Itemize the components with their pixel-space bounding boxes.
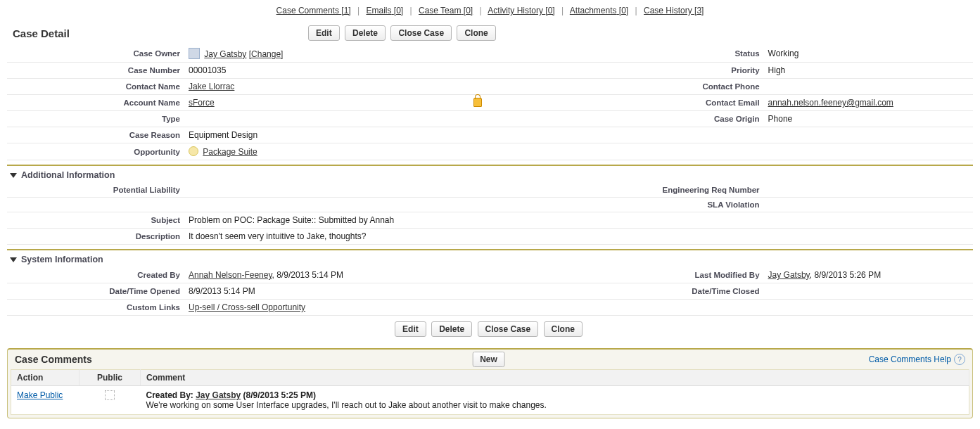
case-owner-link[interactable]: Jay Gatsby — [204, 49, 246, 59]
shortcut-emails[interactable]: Emails [0] — [366, 6, 403, 15]
edit-button[interactable]: Edit — [395, 321, 426, 337]
opportunity-link[interactable]: Package Suite — [203, 147, 257, 157]
field-label: Description — [7, 229, 184, 245]
field-label: Account Name — [7, 95, 184, 111]
last-modified-by-link[interactable]: Jay Gatsby — [768, 270, 810, 280]
field-label: Contact Phone — [629, 79, 764, 95]
clone-button[interactable]: Clone — [457, 25, 495, 41]
description-value: It doesn't seem very intuitive to Jake, … — [184, 229, 973, 245]
field-label: SLA Violation — [629, 198, 764, 212]
section-additional-information[interactable]: Additional Information — [7, 166, 973, 183]
created-by-date: , 8/9/2013 5:14 PM — [272, 270, 343, 280]
change-owner-link[interactable]: [Change] — [249, 49, 284, 59]
col-comment: Comment — [141, 370, 969, 386]
field-label: Type — [7, 111, 184, 127]
collapse-icon — [10, 257, 17, 262]
field-label: Contact Email — [629, 95, 764, 111]
contact-name-link[interactable]: Jake Llorrac — [189, 82, 234, 91]
field-label: Engineering Req Number — [629, 183, 764, 198]
detail-button-bar: Edit Delete Close Case Clone — [308, 25, 499, 41]
field-label: Subject — [7, 212, 184, 229]
opened-value: 8/9/2013 5:14 PM — [184, 283, 629, 300]
contact-phone-value — [764, 79, 973, 95]
type-value — [184, 111, 629, 127]
opportunity-icon — [189, 146, 198, 156]
custom-link-upsell[interactable]: Up-sell / Cross-sell Opportunity — [189, 302, 305, 312]
priority-value: High — [764, 63, 973, 79]
field-label: Case Number — [7, 63, 184, 79]
field-label: Date/Time Opened — [7, 283, 184, 300]
field-label: Case Reason — [7, 127, 184, 143]
detail-button-bar-bottom: Edit Delete Close Case Clone — [7, 321, 973, 337]
col-action: Action — [11, 370, 79, 386]
collapse-icon — [10, 173, 17, 178]
related-list-case-comments: Case Comments New Case Comments Help ? A… — [7, 348, 973, 418]
system-info-table: Created By Annah Nelson-Feeney, 8/9/2013… — [7, 267, 973, 316]
comment-body: We're working on some User Interface upg… — [146, 400, 547, 410]
page-title: Case Detail — [7, 27, 189, 39]
eng-req-value — [764, 183, 973, 198]
case-number-value: 00001035 — [184, 63, 629, 79]
new-comment-button[interactable]: New — [472, 352, 505, 367]
related-list-shortcuts: Case Comments [1] | Emails [0] | Case Te… — [7, 6, 973, 15]
field-label: Status — [629, 45, 764, 63]
close-case-button[interactable]: Close Case — [478, 321, 539, 337]
additional-info-table: Potential Liability Engineering Req Numb… — [7, 183, 973, 245]
field-label: Date/Time Closed — [629, 283, 764, 300]
potential-liability-value — [184, 183, 629, 198]
field-label: Opportunity — [7, 143, 184, 160]
case-comments-table: Action Public Comment Make Public Create… — [11, 369, 969, 415]
col-public: Public — [79, 370, 141, 386]
shortcut-case-team[interactable]: Case Team [0] — [419, 6, 473, 15]
field-label: Created By — [7, 267, 184, 283]
case-origin-value: Phone — [764, 111, 973, 127]
created-by-link[interactable]: Annah Nelson-Feeney — [189, 270, 272, 280]
case-detail-table: Case Owner Jay Gatsby [Change] Status Wo… — [7, 45, 973, 160]
related-list-title: Case Comments — [15, 354, 92, 365]
help-icon: ? — [954, 354, 965, 365]
case-reason-value: Equipment Design — [184, 127, 973, 143]
section-system-information[interactable]: System Information — [7, 250, 973, 267]
make-public-link[interactable]: Make Public — [17, 390, 63, 400]
shortcut-case-history[interactable]: Case History [3] — [644, 6, 704, 15]
edit-button[interactable]: Edit — [308, 25, 340, 41]
avatar-icon — [189, 48, 200, 59]
subject-value: Problem on POC: Package Suite:: Submitte… — [184, 212, 973, 229]
delete-button[interactable]: Delete — [345, 25, 386, 41]
shortcut-case-comments[interactable]: Case Comments [1] — [276, 6, 351, 15]
comment-author-link[interactable]: Jay Gatsby — [196, 390, 241, 400]
last-modified-by-date: , 8/9/2013 5:26 PM — [810, 270, 881, 280]
sla-value — [764, 198, 973, 212]
field-label: Contact Name — [7, 79, 184, 95]
delete-button[interactable]: Delete — [431, 321, 472, 337]
closed-value — [764, 283, 973, 300]
clone-button[interactable]: Clone — [544, 321, 583, 337]
status-value: Working — [764, 45, 973, 63]
field-label: Custom Links — [7, 300, 184, 316]
lock-icon — [473, 98, 482, 107]
case-comments-help-link[interactable]: Case Comments Help ? — [869, 354, 965, 365]
field-label: Case Origin — [629, 111, 764, 127]
contact-email-link[interactable]: annah.nelson.feeney@gmail.com — [768, 98, 893, 108]
field-label: Last Modified By — [629, 267, 764, 283]
shortcut-activity-history[interactable]: Activity History [0] — [488, 6, 554, 15]
field-label: Potential Liability — [7, 183, 184, 198]
table-row: Make Public Created By: Jay Gatsby (8/9/… — [11, 386, 969, 415]
shortcut-attachments[interactable]: Attachments [0] — [570, 6, 628, 15]
field-label: Case Owner — [7, 45, 184, 63]
field-label: Priority — [629, 63, 764, 79]
account-name-link[interactable]: sForce — [189, 98, 215, 108]
public-checkbox — [105, 390, 115, 400]
close-case-button[interactable]: Close Case — [390, 25, 452, 41]
